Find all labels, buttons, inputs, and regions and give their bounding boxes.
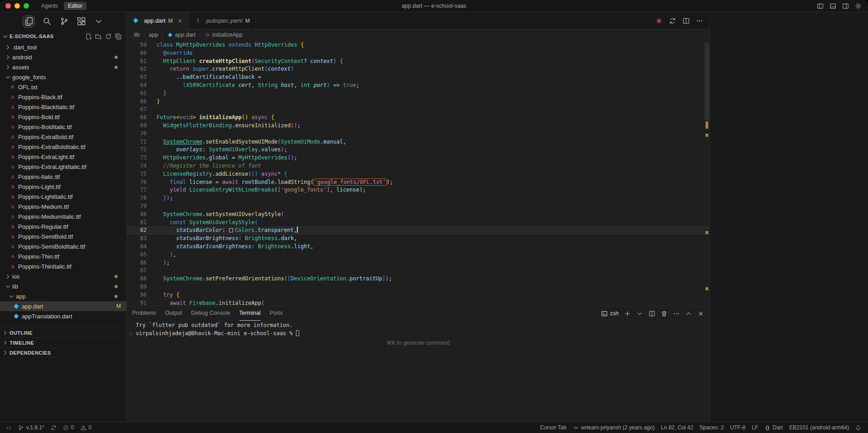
chevron-down-icon[interactable]	[636, 310, 643, 317]
more-actions-icon[interactable]	[673, 310, 680, 317]
tree-file-Poppins-ExtraLight.ttf[interactable]: APoppins-ExtraLight.ttf	[0, 152, 126, 162]
status-notifications[interactable]	[852, 422, 864, 433]
status-errors[interactable]: 0	[60, 422, 77, 433]
tree-folder-android[interactable]: android	[0, 52, 126, 62]
tree-file-Poppins-ExtraBold.ttf[interactable]: APoppins-ExtraBold.ttf	[0, 132, 126, 142]
tree-folder-google_fonts[interactable]: google_fonts	[0, 72, 126, 82]
files-icon[interactable]	[23, 16, 34, 27]
close-window-button[interactable]	[5, 3, 11, 9]
tree-folder-.dart_tool[interactable]: .dart_tool	[0, 42, 126, 52]
split-terminal-icon[interactable]	[649, 310, 655, 317]
overview-ruler[interactable]	[703, 40, 710, 306]
code-line-79[interactable]: 79	[127, 202, 710, 211]
code-line-60[interactable]: 60 @override	[127, 49, 710, 58]
minimize-window-button[interactable]	[14, 3, 20, 9]
tree-file-Poppins-LightItalic.ttf[interactable]: APoppins-LightItalic.ttf	[0, 192, 126, 202]
status-sync[interactable]	[48, 422, 60, 433]
tree-file-Poppins-ExtraLightItalic.ttf[interactable]: APoppins-ExtraLightItalic.ttf	[0, 162, 126, 172]
code-line-69[interactable]: 69 WidgetsFlutterBinding.ensureInitializ…	[127, 122, 710, 130]
tree-folder-app[interactable]: app	[0, 291, 126, 301]
code-line-76[interactable]: 76 final license = await rootBundle.load…	[127, 178, 710, 187]
section-outline[interactable]: OUTLINE	[0, 327, 126, 337]
tree-file-Poppins-ThinItalic.ttf[interactable]: APoppins-ThinItalic.ttf	[0, 261, 126, 271]
tree-file-Poppins-ExtraBoldItalic.ttf[interactable]: APoppins-ExtraBoldItalic.ttf	[0, 142, 126, 152]
breadcrumb-item-app.dart[interactable]: app.dart	[167, 32, 196, 38]
code-line-88[interactable]: 88 SystemChrome.setPreferredOrientations…	[127, 275, 710, 283]
status-encoding[interactable]: UTF-8	[727, 422, 749, 433]
code-line-91[interactable]: 91 await Firebase.initializeApp(	[127, 299, 710, 306]
status-indentation[interactable]: Spaces: 2	[696, 422, 727, 433]
mode-tab-agents[interactable]: Agents	[37, 2, 62, 10]
tree-file-Poppins-BoldItalic.ttf[interactable]: APoppins-BoldItalic.ttf	[0, 122, 126, 132]
tab-pubspec.yaml[interactable]: !pubspec.yamlM	[189, 12, 256, 29]
code-line-65[interactable]: 65 }	[127, 90, 710, 98]
code-line-89[interactable]: 89	[127, 283, 710, 291]
layout-panel-icon[interactable]	[830, 3, 836, 10]
mode-tab-editor[interactable]: Editor	[64, 2, 86, 10]
chevron-down-icon[interactable]	[94, 17, 103, 26]
panel-tab-output[interactable]: Output	[165, 306, 182, 321]
explorer-header[interactable]: E-SCHOOL-SAAS	[0, 30, 126, 42]
code-line-74[interactable]: 74 //Register the licence of font	[127, 162, 710, 170]
tree-file-Poppins-Black.ttf[interactable]: APoppins-Black.ttf	[0, 92, 126, 102]
code-line-62[interactable]: 62 return super.createHttpClient(context…	[127, 65, 710, 73]
section-dependencies[interactable]: DEPENDENCIES	[0, 347, 126, 357]
tree-file-Poppins-Italic.ttf[interactable]: APoppins-Italic.ttf	[0, 172, 126, 182]
refresh-icon[interactable]	[105, 33, 112, 40]
layout-secondary-icon[interactable]	[842, 3, 849, 10]
new-file-icon[interactable]	[85, 33, 92, 40]
search-icon[interactable]	[43, 17, 52, 26]
tree-folder-assets[interactable]: assets	[0, 62, 126, 72]
tree-file-Poppins-SemiBoldItalic.ttf[interactable]: APoppins-SemiBoldItalic.ttf	[0, 241, 126, 251]
compare-changes-icon[interactable]	[669, 17, 676, 24]
code-line-72[interactable]: 72 overlays: SystemUiOverlay.values);	[127, 146, 710, 154]
code-line-70[interactable]: 70	[127, 130, 710, 138]
tree-file-Poppins-MediumItalic.ttf[interactable]: APoppins-MediumItalic.ttf	[0, 212, 126, 221]
code-line-68[interactable]: 68Future<void> initializeApp() async {	[127, 114, 710, 122]
code-line-85[interactable]: 85 ),	[127, 251, 710, 259]
settings-gear-icon[interactable]	[855, 3, 862, 10]
code-line-75[interactable]: 75 LicenseRegistry.addLicense(() async* …	[127, 170, 710, 178]
terminal-shell-select[interactable]: zsh	[601, 310, 619, 317]
tree-folder-ios[interactable]: ios	[0, 271, 126, 281]
code-line-83[interactable]: 83 statusBarBrightness: Brightness.dark,	[127, 235, 710, 243]
tree-file-Poppins-Thin.ttf[interactable]: APoppins-Thin.ttf	[0, 251, 126, 261]
code-line-80[interactable]: 80 SystemChrome.setSystemUIOverlayStyle(	[127, 211, 710, 219]
tree-file-Poppins-Regular.ttf[interactable]: APoppins-Regular.ttf	[0, 221, 126, 231]
breadcrumb-item-app[interactable]: app	[149, 32, 158, 38]
zoom-window-button[interactable]	[24, 3, 29, 9]
status-eol[interactable]: LF	[749, 422, 761, 433]
status-warnings[interactable]: 0	[77, 422, 95, 433]
code-line-90[interactable]: 90 try {	[127, 291, 710, 299]
breadcrumb-item-lib[interactable]: lib	[134, 32, 140, 38]
extensions-icon[interactable]	[77, 17, 86, 26]
tree-file-Poppins-SemiBold.ttf[interactable]: APoppins-SemiBold.ttf	[0, 231, 126, 241]
code-line-61[interactable]: 61 HttpClient createHttpClient(SecurityC…	[127, 58, 710, 66]
new-folder-icon[interactable]	[95, 33, 102, 40]
maximize-panel-icon[interactable]	[685, 310, 692, 317]
code-line-84[interactable]: 84 statusBarIconBrightness: Brightness.l…	[127, 243, 710, 251]
code-line-66[interactable]: 66}	[127, 98, 710, 106]
status-device[interactable]: EB2101 (android-arm64)	[786, 422, 852, 433]
status-cursor-tab[interactable]: Cursor Tab	[537, 422, 569, 433]
code-line-81[interactable]: 81 const SystemUiOverlayStyle(	[127, 219, 710, 227]
section-timeline[interactable]: TIMELINE	[0, 337, 126, 347]
breadcrumb-item-initializeApp[interactable]: initializeApp	[205, 32, 243, 38]
panel-tab-ports[interactable]: Ports	[270, 306, 283, 321]
code-line-67[interactable]: 67	[127, 106, 710, 114]
tree-file-OFL.txt[interactable]: ≡OFL.txt	[0, 82, 126, 92]
status-git-branch[interactable]: v.1.8.1*	[15, 422, 48, 433]
more-actions-icon[interactable]	[696, 17, 703, 24]
code-line-64[interactable]: 64 (X509Certificate cert, String host, i…	[127, 82, 710, 90]
status-git-blame[interactable]: wrteam-priyansh (2 years ago)	[570, 422, 658, 433]
code-line-71[interactable]: 71 SystemChrome.setEnabledSystemUIMode(S…	[127, 138, 710, 146]
layout-sidebar-icon[interactable]	[817, 3, 824, 10]
status-remote[interactable]	[3, 422, 15, 433]
terminal[interactable]: Try `flutter pub outdated` for more info…	[127, 321, 710, 337]
tree-folder-lib[interactable]: lib	[0, 281, 126, 291]
code-line-78[interactable]: 78 });	[127, 194, 710, 202]
collapse-all-icon[interactable]	[115, 33, 122, 40]
code-line-86[interactable]: 86 );	[127, 259, 710, 267]
status-cursor-position[interactable]: Ln 82, Col 42	[658, 422, 696, 433]
tree-file-Poppins-Medium.ttf[interactable]: APoppins-Medium.ttf	[0, 202, 126, 212]
